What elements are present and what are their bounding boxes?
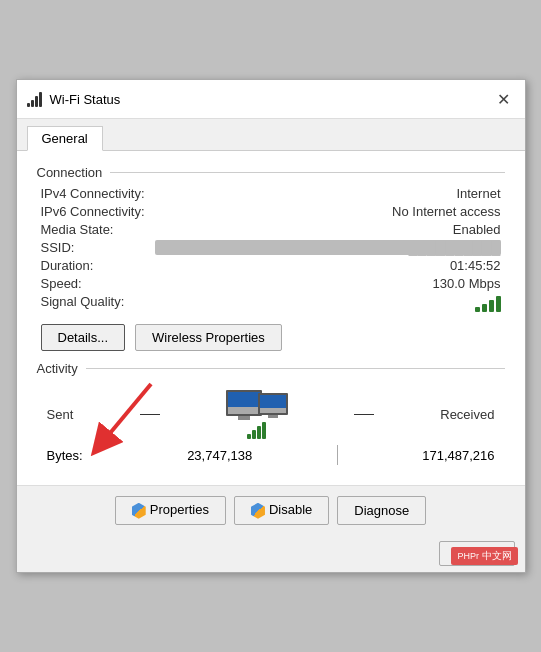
window-title: Wi-Fi Status xyxy=(50,92,121,107)
connection-section-title: Connection xyxy=(37,165,505,180)
speed-value: 130.0 Mbps xyxy=(155,276,501,291)
title-bar: Wi-Fi Status ✕ xyxy=(17,80,525,119)
main-content: Connection IPv4 Connectivity: Internet I… xyxy=(17,151,525,485)
shield-icon-properties xyxy=(132,503,146,519)
ipv6-label: IPv6 Connectivity: xyxy=(41,204,145,219)
shield-icon-disable xyxy=(251,503,265,519)
connection-buttons-row: Details... Wireless Properties xyxy=(41,324,501,351)
connection-info-grid: IPv4 Connectivity: Internet IPv6 Connect… xyxy=(37,186,505,312)
activity-inner: Sent xyxy=(37,382,505,443)
tab-general[interactable]: General xyxy=(27,126,103,151)
properties-button[interactable]: Properties xyxy=(115,496,226,525)
duration-value: 01:45:52 xyxy=(155,258,501,273)
sent-label: Sent xyxy=(47,407,74,422)
bytes-divider xyxy=(337,445,338,465)
received-label: Received xyxy=(440,407,494,422)
bytes-sent-value: 23,747,138 xyxy=(187,448,252,463)
ssid-label: SSID: xyxy=(41,240,145,255)
sent-dash xyxy=(140,414,160,415)
bytes-row: Bytes: 23,747,138 171,487,216 xyxy=(37,443,505,475)
ipv4-value: Internet xyxy=(155,186,501,201)
speed-label: Speed: xyxy=(41,276,145,291)
activity-section: Activity Sent xyxy=(37,361,505,475)
network-icon xyxy=(226,390,288,439)
media-state-label: Media State: xyxy=(41,222,145,237)
wifi-icon xyxy=(27,91,42,107)
bytes-label: Bytes: xyxy=(47,448,83,463)
footer-bar: Close xyxy=(17,535,525,572)
ipv6-value: No Internet access xyxy=(155,204,501,219)
bytes-received-value: 171,487,216 xyxy=(422,448,494,463)
close-button[interactable]: ✕ xyxy=(493,88,515,110)
signal-quality-label: Signal Quality: xyxy=(41,294,145,312)
received-dash xyxy=(354,414,374,415)
bottom-buttons-row: Properties Disable Diagnose xyxy=(17,485,525,535)
duration-label: Duration: xyxy=(41,258,145,273)
media-state-value: Enabled xyxy=(155,222,501,237)
disable-button[interactable]: Disable xyxy=(234,496,329,525)
details-button[interactable]: Details... xyxy=(41,324,126,351)
diagnose-button[interactable]: Diagnose xyxy=(337,496,426,525)
signal-quality-value xyxy=(155,294,501,312)
activity-section-title: Activity xyxy=(37,361,505,376)
watermark: PHPr 中文网 xyxy=(451,547,517,565)
wireless-properties-button[interactable]: Wireless Properties xyxy=(135,324,282,351)
ssid-value: ██████████ xyxy=(155,240,501,255)
ipv4-label: IPv4 Connectivity: xyxy=(41,186,145,201)
tab-bar: General xyxy=(17,119,525,151)
